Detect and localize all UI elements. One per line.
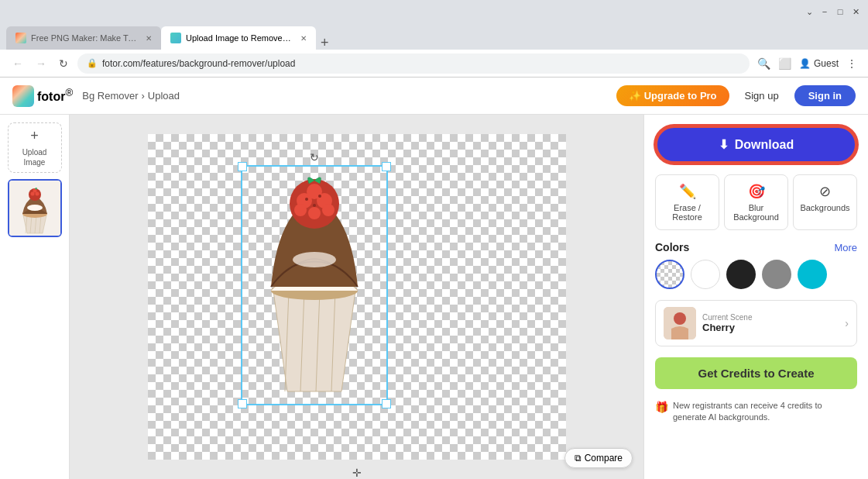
gift-icon: 🎁 bbox=[655, 400, 668, 415]
menu-button[interactable]: ⋮ bbox=[845, 56, 859, 71]
canvas-area: ↻ bbox=[70, 115, 643, 479]
cupcake-element[interactable]: ↻ bbox=[241, 165, 388, 405]
cupcake-svg bbox=[242, 167, 386, 404]
title-bar-controls: ⌄ − □ ✕ bbox=[803, 5, 862, 18]
header-left: fotor® Bg Remover › Upload bbox=[12, 85, 180, 107]
scene-arrow-icon: › bbox=[845, 317, 849, 329]
download-icon: ⬇ bbox=[719, 137, 729, 152]
svg-point-26 bbox=[313, 204, 316, 207]
left-sidebar: + UploadImage bbox=[0, 115, 70, 479]
scene-info: Current Scene Cherry bbox=[702, 313, 839, 333]
svg-point-22 bbox=[322, 204, 335, 216]
credits-note: 🎁 New registrants can receive 4 credits … bbox=[655, 400, 857, 424]
url-box[interactable]: 🔒 fotor.com/features/background-remover/… bbox=[77, 53, 750, 74]
tab-1[interactable]: Free PNG Maker: Make Transpar... ✕ bbox=[6, 26, 161, 50]
svg-point-24 bbox=[305, 198, 308, 201]
forward-button[interactable]: → bbox=[33, 56, 50, 71]
erase-restore-tool[interactable]: ✏️ Erase /Restore bbox=[655, 174, 719, 230]
tab-1-favicon bbox=[15, 33, 26, 43]
cupcake-thumbnail-svg bbox=[9, 181, 60, 236]
compare-icon: ⧉ bbox=[575, 453, 582, 463]
colors-header: Colors More bbox=[655, 241, 857, 253]
address-bar-right: 🔍 ⬜ 👤 Guest ⋮ bbox=[756, 56, 859, 71]
svg-point-9 bbox=[35, 192, 39, 196]
sidebar-toggle-btn[interactable]: ⬜ bbox=[777, 56, 793, 71]
signup-button[interactable]: Sign up bbox=[737, 85, 787, 106]
upload-image-button[interactable]: + UploadImage bbox=[8, 122, 62, 173]
move-cursor-icon: ✛ bbox=[352, 467, 362, 479]
tab-2-title: Upload Image to Remove Backg... bbox=[186, 33, 293, 43]
refresh-button[interactable]: ↻ bbox=[56, 56, 71, 71]
header-right: ✨ Upgrade to Pro Sign up Sign in bbox=[616, 85, 856, 106]
color-swatches bbox=[655, 260, 857, 289]
more-colors-link[interactable]: More bbox=[834, 242, 857, 253]
color-swatch-white[interactable] bbox=[691, 260, 720, 289]
fotor-text: fotor® bbox=[37, 87, 73, 104]
profile-icon: 👤 bbox=[799, 58, 811, 69]
compare-button[interactable]: ⧉ Compare bbox=[564, 448, 633, 468]
backgrounds-icon: ⊘ bbox=[819, 183, 831, 200]
breadcrumb-parent[interactable]: Bg Remover bbox=[82, 90, 138, 102]
color-swatch-transparent[interactable] bbox=[655, 260, 684, 289]
resize-handle-br[interactable] bbox=[382, 399, 391, 408]
canvas-container: ↻ bbox=[148, 134, 566, 460]
compare-label: Compare bbox=[585, 453, 623, 463]
search-icon-btn[interactable]: 🔍 bbox=[756, 56, 772, 71]
image-thumbnail[interactable] bbox=[8, 179, 62, 237]
tabs-bar: Free PNG Maker: Make Transpar... ✕ Uploa… bbox=[0, 23, 868, 50]
backgrounds-label: Backgrounds bbox=[800, 203, 849, 212]
profile-button[interactable]: 👤 Guest bbox=[798, 57, 840, 71]
colors-section: Colors More bbox=[655, 241, 857, 289]
breadcrumb-arrow: › bbox=[142, 90, 145, 102]
signin-button[interactable]: Sign in bbox=[794, 85, 856, 106]
color-swatch-cyan[interactable] bbox=[798, 260, 827, 289]
collapse-btn[interactable]: ⌄ bbox=[803, 5, 815, 18]
get-credits-button[interactable]: Get Credits to Create bbox=[655, 357, 857, 389]
tab-2-favicon bbox=[170, 33, 181, 43]
svg-point-25 bbox=[318, 195, 321, 198]
backgrounds-tool[interactable]: ⊘ Backgrounds bbox=[793, 174, 857, 230]
resize-handle-bl[interactable] bbox=[238, 399, 247, 408]
upgrade-button[interactable]: ✨ Upgrade to Pro bbox=[616, 85, 729, 106]
lock-icon: 🔒 bbox=[87, 58, 98, 68]
resize-handle-tl[interactable] bbox=[238, 162, 247, 171]
breadcrumb: Bg Remover › Upload bbox=[82, 90, 180, 102]
svg-point-23 bbox=[308, 207, 321, 219]
app-header: fotor® Bg Remover › Upload ✨ Upgrade to … bbox=[0, 78, 868, 115]
main-content: + UploadImage bbox=[0, 115, 868, 479]
download-label: Download bbox=[735, 138, 794, 152]
maximize-btn[interactable]: □ bbox=[834, 5, 846, 18]
blur-background-tool[interactable]: 🎯 BlurBackground bbox=[724, 174, 788, 230]
fotor-sup: ® bbox=[65, 87, 73, 98]
guest-label: Guest bbox=[814, 58, 839, 69]
blur-label: BlurBackground bbox=[733, 203, 779, 222]
color-swatch-gray[interactable] bbox=[762, 260, 791, 289]
scene-name: Cherry bbox=[702, 322, 839, 333]
fotor-icon bbox=[12, 85, 34, 107]
rotate-handle[interactable]: ↻ bbox=[310, 151, 319, 164]
tab-2-close[interactable]: ✕ bbox=[300, 34, 307, 43]
svg-point-6 bbox=[27, 205, 43, 211]
right-panel: ⬇ Download ✏️ Erase /Restore 🎯 BlurBackg… bbox=[643, 115, 868, 479]
new-tab-button[interactable]: + bbox=[321, 36, 329, 50]
scene-thumb-svg bbox=[664, 307, 696, 339]
back-button[interactable]: ← bbox=[9, 56, 26, 71]
tab-1-title: Free PNG Maker: Make Transpar... bbox=[31, 33, 138, 43]
tab-2[interactable]: Upload Image to Remove Backg... ✕ bbox=[161, 26, 316, 50]
current-scene[interactable]: Current Scene Cherry › bbox=[655, 300, 857, 346]
color-swatch-black[interactable] bbox=[726, 260, 756, 289]
address-bar: ← → ↻ 🔒 fotor.com/features/background-re… bbox=[0, 50, 868, 78]
download-button[interactable]: ⬇ Download bbox=[655, 126, 857, 164]
browser-chrome: ⌄ − □ ✕ Free PNG Maker: Make Transpar...… bbox=[0, 0, 868, 78]
tab-1-close[interactable]: ✕ bbox=[146, 34, 152, 43]
minimize-btn[interactable]: − bbox=[818, 5, 831, 18]
resize-handle-tr[interactable] bbox=[382, 162, 391, 171]
credits-note-text: New registrants can receive 4 credits to… bbox=[673, 400, 857, 424]
svg-point-16 bbox=[293, 252, 336, 267]
close-btn[interactable]: ✕ bbox=[849, 5, 862, 18]
scene-thumbnail bbox=[664, 307, 696, 339]
thumbnail-preview bbox=[9, 181, 60, 236]
app: fotor® Bg Remover › Upload ✨ Upgrade to … bbox=[0, 78, 868, 479]
svg-point-28 bbox=[674, 312, 686, 325]
breadcrumb-current: Upload bbox=[148, 90, 180, 102]
